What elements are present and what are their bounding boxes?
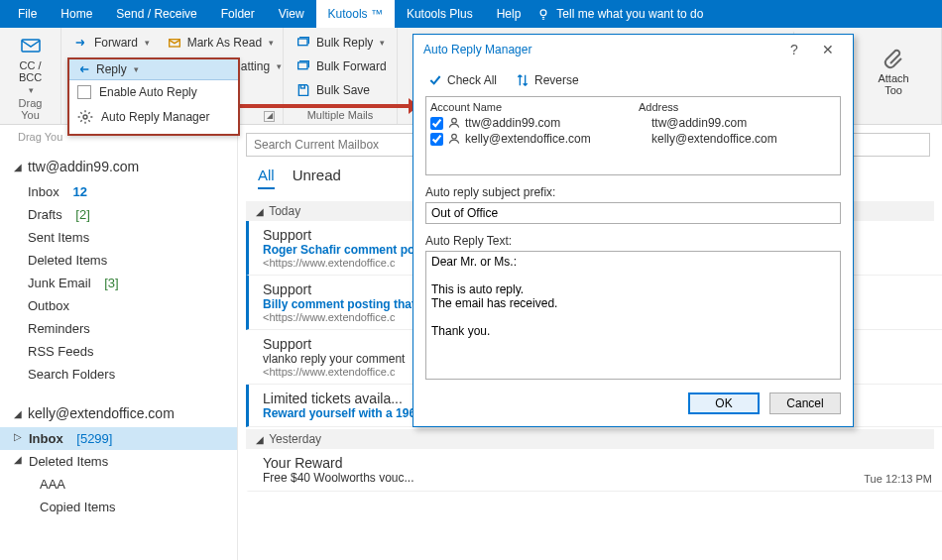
- bulk-forward-label: Bulk Forward: [316, 59, 387, 73]
- svg-point-0: [540, 10, 546, 16]
- account-1-label: ttw@addin99.com: [28, 159, 139, 174]
- auto-reply-manager-label: Auto Reply Manager: [101, 110, 209, 124]
- account-row[interactable]: ttw@addin99.com ttw@addin99.com: [430, 115, 836, 131]
- subject-prefix-input[interactable]: [425, 202, 841, 224]
- bulk-forward-button[interactable]: Bulk Forward: [292, 56, 389, 77]
- inbox-label: Inbox: [28, 184, 59, 199]
- ccbcc-label: CC / BCC: [8, 59, 53, 83]
- aaa-folder[interactable]: AAA: [0, 473, 237, 496]
- group-today-label: Today: [269, 204, 300, 218]
- account-checkbox[interactable]: [430, 133, 443, 146]
- msg-from: Your Reward: [263, 455, 932, 471]
- drafts-folder[interactable]: Drafts [2]: [0, 203, 237, 226]
- reminders-folder[interactable]: Reminders: [0, 317, 237, 340]
- bulk-forward-icon: [295, 58, 311, 74]
- chevron-right-icon: ▷: [14, 431, 24, 446]
- account-address: ttw@addin99.com: [651, 116, 747, 130]
- enable-auto-reply-label: Enable Auto Reply: [99, 85, 197, 99]
- rss-folder[interactable]: RSS Feeds: [0, 340, 237, 363]
- sent-label: Sent Items: [28, 230, 89, 245]
- attach-tools-button[interactable]: Attach Too: [870, 32, 917, 111]
- sent-folder[interactable]: Sent Items: [0, 226, 237, 249]
- msg-time: Tue 12:13 PM: [864, 473, 932, 485]
- inbox-count: 12: [72, 184, 86, 199]
- bulk-save-icon: [295, 82, 311, 98]
- menu-file[interactable]: File: [6, 0, 49, 28]
- check-all-label: Check All: [447, 73, 497, 87]
- copied-folder[interactable]: Copied Items: [0, 496, 237, 518]
- account-1-header[interactable]: ◢ttw@addin99.com: [0, 153, 237, 180]
- account-name: kelly@extendoffice.com: [465, 132, 651, 146]
- bulk-reply-icon: [295, 35, 311, 51]
- reply-icon: [75, 61, 91, 77]
- tab-unread[interactable]: Unread: [293, 167, 341, 189]
- ccbcc-button[interactable]: CC / BCC ▾: [8, 32, 53, 96]
- outbox-folder[interactable]: Outbox: [0, 294, 237, 317]
- auto-reply-manager-dialog: Auto Reply Manager ? ✕ Check All Reverse…: [412, 34, 854, 427]
- help-button[interactable]: ?: [777, 42, 811, 57]
- reverse-label: Reverse: [534, 73, 579, 87]
- bulk-reply-button[interactable]: Bulk Reply▾: [292, 32, 389, 54]
- col-address: Address: [639, 101, 678, 113]
- account-checkbox[interactable]: [430, 117, 443, 130]
- tell-me-label: Tell me what you want to do: [556, 7, 703, 21]
- search-folders[interactable]: Search Folders: [0, 363, 237, 386]
- inbox-folder[interactable]: Inbox 12: [0, 180, 237, 203]
- chevron-down-icon: ▾: [277, 61, 282, 71]
- menu-help[interactable]: Help: [485, 0, 533, 28]
- tell-me[interactable]: Tell me what you want to do: [536, 7, 703, 21]
- dialog-launcher-icon[interactable]: ◢: [264, 111, 275, 122]
- deleted2-label: Deleted Items: [29, 454, 108, 469]
- ccbcc-icon: [19, 34, 43, 57]
- menu-send-receive[interactable]: Send / Receive: [104, 0, 208, 28]
- account-2-header[interactable]: ◢kelly@extendoffice.com: [0, 399, 237, 427]
- group-multiple-mails-label: Multiple Mails: [292, 108, 389, 122]
- folder-nav: Drag You ◢ttw@addin99.com Inbox 12 Draft…: [0, 125, 238, 560]
- check-all-button[interactable]: Check All: [427, 72, 497, 88]
- reverse-button[interactable]: Reverse: [515, 72, 579, 88]
- deleted2-folder[interactable]: ◢Deleted Items: [0, 450, 237, 473]
- list-item[interactable]: Your Reward Free $40 Woolworths vouc... …: [246, 449, 942, 492]
- reply-label: Reply: [96, 62, 127, 76]
- group-yesterday[interactable]: ◢ Yesterday: [246, 429, 934, 449]
- auto-reply-manager-option[interactable]: Auto Reply Manager: [69, 104, 238, 130]
- group-drag-label: Drag You: [8, 96, 53, 122]
- body-label: Auto Reply Text:: [425, 234, 841, 248]
- svg-rect-1: [22, 40, 40, 52]
- svg-point-13: [452, 118, 457, 123]
- account-address: kelly@extendoffice.com: [651, 132, 777, 146]
- inbox2-folder[interactable]: ▷Inbox [5299]: [0, 427, 237, 450]
- junk-folder[interactable]: Junk Email [3]: [0, 272, 237, 294]
- svg-rect-6: [300, 85, 304, 88]
- lightbulb-icon: [536, 7, 550, 21]
- enable-auto-reply-option[interactable]: Enable Auto Reply: [69, 80, 238, 104]
- bulk-save-button[interactable]: Bulk Save: [292, 79, 389, 101]
- menu-folder[interactable]: Folder: [209, 0, 267, 28]
- auto-reply-text[interactable]: [425, 251, 841, 380]
- col-account: Account Name: [430, 101, 639, 113]
- drafts-count: [2]: [75, 207, 89, 222]
- ok-button[interactable]: OK: [688, 392, 760, 414]
- reply-dropdown-trigger[interactable]: Reply▾: [69, 59, 238, 80]
- msg-subject: Free $40 Woolworths vouc...: [263, 471, 932, 485]
- menu-home[interactable]: Home: [49, 0, 104, 28]
- account-row[interactable]: kelly@extendoffice.com kelly@extendoffic…: [430, 131, 836, 147]
- chevron-down-icon: ▾: [269, 38, 274, 48]
- gear-icon: [77, 109, 93, 125]
- deleted-label: Deleted Items: [28, 253, 107, 268]
- cancel-button[interactable]: Cancel: [769, 392, 841, 414]
- forward-icon: [73, 35, 89, 51]
- menu-kutools[interactable]: Kutools ™: [316, 0, 395, 28]
- attachment-icon: [882, 47, 905, 70]
- tab-all[interactable]: All: [258, 167, 275, 189]
- menu-view[interactable]: View: [267, 0, 316, 28]
- deleted-folder[interactable]: Deleted Items: [0, 249, 237, 272]
- check-icon: [427, 72, 443, 88]
- prefix-label: Auto reply subject prefix:: [425, 185, 841, 199]
- chevron-down-icon: ◢: [14, 454, 24, 469]
- bulk-reply-label: Bulk Reply: [316, 36, 373, 50]
- close-button[interactable]: ✕: [811, 42, 845, 57]
- callout-arrow: [235, 104, 409, 108]
- forward-button[interactable]: Forward▾ Mark As Read▾: [69, 32, 275, 54]
- menu-kutools-plus[interactable]: Kutools Plus: [395, 0, 485, 28]
